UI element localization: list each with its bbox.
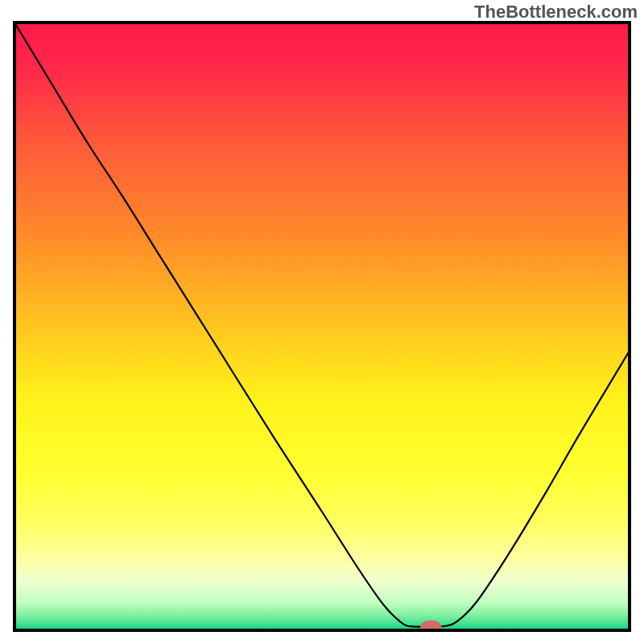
chart-container: TheBottleneck.com <box>0 0 644 644</box>
chart-svg <box>0 0 644 644</box>
gradient-background <box>14 23 630 630</box>
watermark-text: TheBottleneck.com <box>474 2 638 23</box>
